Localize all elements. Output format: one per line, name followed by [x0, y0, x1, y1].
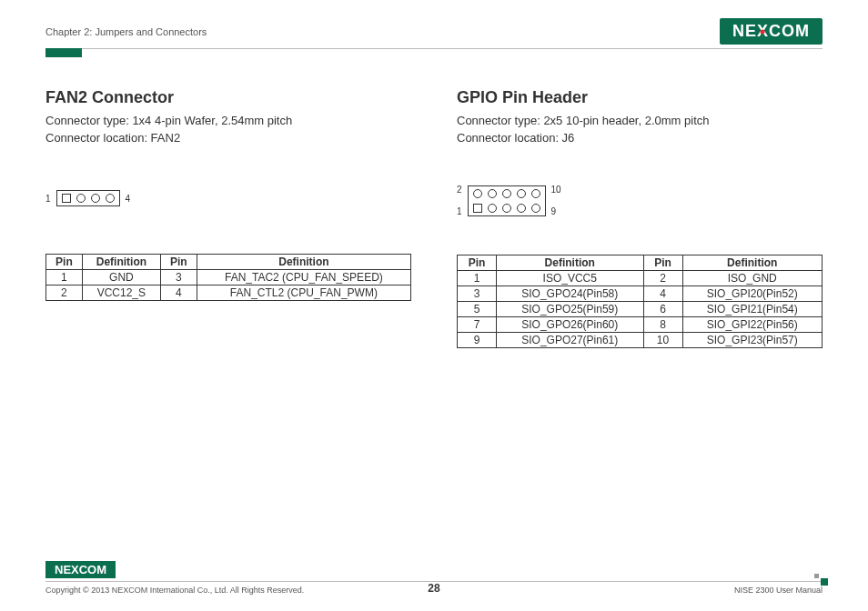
gpio-pin10-label: 10 [551, 185, 561, 195]
pin-icon [106, 194, 115, 203]
pin-1-icon [62, 194, 71, 203]
col-pin: Pin [46, 255, 83, 270]
chapter-title: Chapter 2: Jumpers and Connectors [45, 26, 207, 37]
col-pin: Pin [643, 255, 682, 270]
pin-icon [531, 189, 540, 198]
pin-icon [488, 189, 497, 198]
table-row: 9SIO_GPO27(Pin61) 10SIO_GPI23(Pin57) [458, 332, 823, 347]
gpio-section: GPIO Pin Header Connector type: 2x5 10-p… [457, 88, 823, 348]
fan2-pin4-label: 4 [126, 194, 131, 204]
page-number: 28 [428, 582, 439, 595]
gpio-diagram: 2 1 [457, 180, 823, 216]
gpio-pin2-label: 2 [457, 185, 462, 195]
table-header-row: Pin Definition Pin Definition [458, 255, 823, 270]
table-row: 2 VCC12_S 4 FAN_CTL2 (CPU_FAN_PWM) [46, 285, 411, 301]
pin-icon [76, 194, 86, 203]
fan2-title: FAN2 Connector [45, 88, 411, 107]
pin-icon [91, 194, 100, 203]
pin-icon [517, 189, 526, 198]
gpio-type: Connector type: 2x5 10-pin header, 2.0mm… [457, 113, 823, 130]
fan2-pin-row [56, 190, 120, 206]
footer-brand-logo: NEXCOM [45, 561, 116, 578]
col-def: Definition [496, 255, 643, 270]
fan2-location: Connector location: FAN2 [45, 130, 411, 147]
fan2-section: FAN2 Connector Connector type: 1x4 4-pin… [45, 88, 411, 348]
table-header-row: Pin Definition Pin Definition [46, 255, 411, 270]
copyright-text: Copyright © 2013 NEXCOM International Co… [45, 586, 304, 595]
col-def: Definition [197, 255, 410, 270]
page-header: Chapter 2: Jumpers and Connectors NEXCOM [45, 18, 823, 45]
pin-icon [502, 204, 511, 213]
fan2-type: Connector type: 1x4 4-pin Wafer, 2.54mm … [45, 113, 411, 130]
pin-icon [531, 204, 540, 213]
gpio-pin1-label: 1 [457, 207, 462, 216]
gpio-title: GPIO Pin Header [457, 88, 823, 107]
header-accent [45, 48, 82, 57]
table-row: 3SIO_GPO24(Pin58) 4SIO_GPI20(Pin52) [458, 285, 823, 301]
table-row: 5SIO_GPO25(Pin59) 6SIO_GPI21(Pin54) [458, 301, 823, 316]
col-def: Definition [82, 255, 160, 270]
pin-1-icon [473, 204, 482, 213]
header-rule [45, 48, 823, 49]
table-row: 1 GND 3 FAN_TAC2 (CPU_FAN_SPEED) [46, 270, 411, 285]
col-pin: Pin [160, 255, 197, 270]
gpio-location: Connector location: J6 [457, 130, 823, 147]
col-pin: Pin [458, 255, 497, 270]
table-row: 1ISO_VCC5 2ISO_GND [458, 270, 823, 285]
main-content: FAN2 Connector Connector type: 1x4 4-pin… [45, 88, 823, 348]
footer-accent-icon [815, 573, 828, 586]
brand-logo: NEXCOM [720, 18, 823, 45]
fan2-table: Pin Definition Pin Definition 1 GND 3 FA… [45, 254, 411, 301]
gpio-pin-grid [468, 185, 546, 216]
doc-title: NISE 2300 User Manual [734, 586, 823, 595]
pin-icon [488, 204, 497, 213]
fan2-pin1-label: 1 [45, 194, 51, 204]
table-row: 7SIO_GPO26(Pin60) 8SIO_GPI22(Pin56) [458, 316, 823, 332]
gpio-pin9-label: 9 [551, 207, 561, 216]
pin-icon [502, 189, 511, 198]
gpio-table: Pin Definition Pin Definition 1ISO_VCC5 … [457, 255, 823, 348]
fan2-diagram: 1 4 [45, 189, 411, 207]
pin-icon [473, 189, 482, 198]
col-def: Definition [682, 255, 822, 270]
pin-icon [517, 204, 526, 213]
